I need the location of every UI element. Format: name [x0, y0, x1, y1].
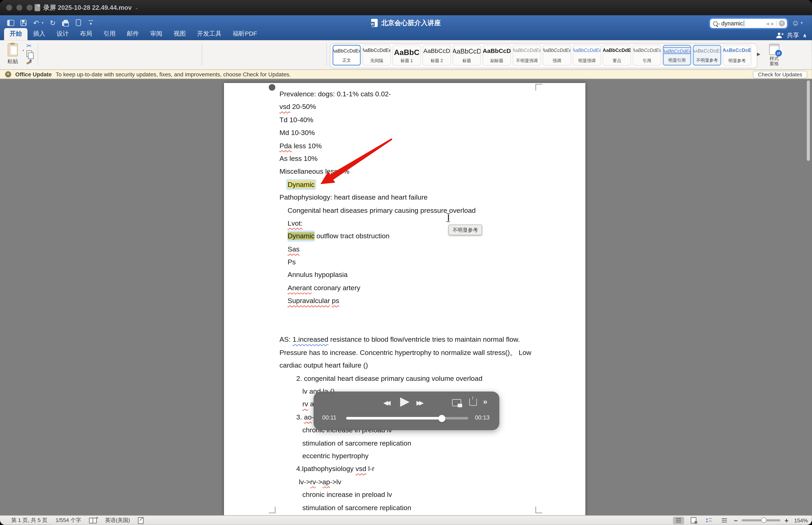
language-indicator[interactable]: 英语(美国) — [105, 517, 130, 524]
new-document-icon[interactable] — [75, 18, 82, 27]
format-painter-icon[interactable] — [26, 59, 32, 65]
save-icon[interactable] — [20, 18, 27, 27]
feedback-smiley-icon[interactable]: ☺▾ — [792, 18, 803, 27]
word-count[interactable]: 1/554 个字 — [56, 517, 81, 524]
document-line: Lvot: — [288, 217, 533, 230]
style-preview: AaBbCcDdEe — [363, 47, 391, 54]
search-field[interactable]: ▾ dynamic ◀ ▶ ✕ — [710, 19, 787, 28]
text-segment-sq-red: Lvot: — [288, 219, 303, 227]
text-segment: eccentric hypertrophy — [302, 452, 369, 460]
tab-设计[interactable]: 设计 — [51, 28, 74, 40]
web-layout-view-button[interactable] — [688, 516, 700, 524]
tab-审阅[interactable]: 审阅 — [144, 28, 168, 40]
style-强调[interactable]: AaBbCcDdEe强调 — [542, 45, 571, 66]
zoom-percentage: 154% — [793, 517, 808, 523]
text-segment: Pressure has to increase. Concentric hyp… — [279, 349, 532, 356]
search-clear-icon[interactable]: ✕ — [779, 20, 785, 27]
zoom-slider[interactable] — [742, 520, 781, 521]
style-不明显参考[interactable]: AaBbCcDdEe不明显参考 — [693, 45, 721, 66]
paste-button[interactable]: 粘贴 ▾ — [5, 43, 20, 67]
paste-dropdown-icon[interactable]: ▾ — [22, 48, 24, 52]
style-标题 2[interactable]: AaBbCcD标题 2 — [423, 45, 451, 66]
tab-开发工具[interactable]: 开发工具 — [191, 28, 227, 40]
tab-视图[interactable]: 视图 — [168, 28, 191, 40]
text-segment-sq-red: rv — [302, 400, 308, 408]
style-标题[interactable]: AaBbCcD标题 — [453, 45, 481, 66]
seek-bar[interactable] — [346, 417, 468, 419]
vertical-scrollbar-thumb[interactable] — [807, 80, 810, 161]
text-segment-sq-red: vsd — [355, 465, 366, 472]
sidebar-panel-icon[interactable] — [7, 18, 14, 27]
style-不明显强调[interactable]: AaBbCcDdEe不明显强调 — [513, 45, 541, 66]
style-明显参考[interactable]: AaBbCcDdE明显参考 — [723, 45, 751, 66]
style-label: 标题 2 — [431, 58, 443, 64]
picture-in-picture-icon[interactable] — [452, 399, 461, 406]
search-scope-caret-icon[interactable]: ▾ — [718, 21, 720, 25]
print-layout-view-button[interactable] — [673, 516, 684, 524]
page-indicator[interactable]: 第 1 页, 共 5 页 — [11, 517, 47, 524]
share-button[interactable]: 共享 — [787, 31, 799, 40]
search-icon — [713, 21, 718, 26]
document-line: Md 10-30% — [279, 126, 533, 139]
style-gallery-more-icon[interactable]: ▶ — [757, 51, 761, 57]
check-for-updates-button[interactable]: Check for Updates — [753, 71, 807, 79]
tab-福昕PDF[interactable]: 福昕PDF — [227, 28, 263, 40]
style-正文[interactable]: AaBbCcDdEe正文 — [333, 45, 361, 66]
close-window-button[interactable] — [6, 5, 12, 11]
tab-引用[interactable]: 引用 — [98, 28, 121, 40]
spellcheck-icon[interactable] — [89, 518, 97, 523]
style-pane-button[interactable]: 样式 窗格 — [763, 44, 786, 66]
text-segment-sq-red: vsd — [279, 103, 290, 111]
text-segment: a — [308, 400, 314, 408]
zoom-window-button[interactable] — [27, 5, 33, 11]
style-tooltip: 不明显参考 — [448, 225, 482, 236]
style-preview: AaBbCcDdEe — [542, 47, 571, 54]
text-segment: chronic increase in preload lv — [302, 491, 392, 498]
copy-icon[interactable] — [26, 50, 32, 57]
search-previous-icon[interactable]: ◀ — [766, 21, 769, 26]
style-要点[interactable]: AaBbCcDdE要点 — [603, 45, 631, 66]
track-changes-icon[interactable] — [138, 517, 144, 524]
style-明显强调[interactable]: AaBbCcDdEe明显强调 — [573, 45, 601, 66]
text-segment: resistance to blood flow/ventricle tries… — [328, 336, 520, 344]
share-icon[interactable] — [469, 398, 477, 406]
document-page[interactable]: Prevalence: dogs: 0.1-1% cats 0.02-vsd 2… — [224, 83, 585, 515]
undo-dropdown-icon[interactable]: ▾ — [42, 20, 44, 25]
document-text[interactable]: Prevalence: dogs: 0.1-1% cats 0.02-vsd 2… — [279, 88, 533, 514]
customize-toolbar-icon[interactable]: ▼ — [87, 18, 94, 27]
fast-forward-icon[interactable]: ▶▶ — [416, 399, 422, 406]
update-close-icon[interactable]: ✕ — [5, 71, 11, 77]
seek-handle[interactable] — [439, 415, 445, 422]
style-引用[interactable]: AaBbCcDdEe引用 — [633, 45, 661, 66]
tab-插入[interactable]: 插入 — [28, 28, 51, 40]
text-segment: cardiac output heart failure () — [279, 362, 368, 370]
play-icon[interactable]: ▶ — [400, 394, 410, 408]
style-标题 1[interactable]: AaBbC标题 1 — [393, 45, 421, 66]
redo-icon[interactable]: ↻ — [49, 18, 56, 27]
zoom-slider-handle[interactable] — [761, 518, 767, 523]
collapse-ribbon-icon[interactable]: ∧ — [803, 32, 807, 38]
tab-布局[interactable]: 布局 — [74, 28, 98, 40]
style-副标题[interactable]: AaBbCcD副标题 — [482, 45, 511, 66]
draft-view-button[interactable] — [719, 516, 730, 524]
search-next-icon[interactable]: ▶ — [771, 21, 774, 26]
style-无间隔[interactable]: AaBbCcDdEe无间隔 — [363, 45, 391, 66]
rewind-icon[interactable]: ◀◀ — [383, 399, 389, 406]
style-明显引用[interactable]: AaBbCcDdEe明显引用 — [663, 45, 691, 66]
tab-开始[interactable]: 开始 — [4, 28, 28, 40]
style-label: 要点 — [613, 58, 622, 64]
print-icon[interactable] — [62, 18, 69, 27]
undo-icon[interactable]: ↶ — [33, 18, 40, 27]
text-segment: 4.lpathophysiology — [296, 465, 355, 472]
outline-view-button[interactable] — [704, 516, 715, 524]
tab-邮件[interactable]: 邮件 — [121, 28, 144, 40]
zoom-in-icon[interactable]: + — [785, 516, 788, 524]
cut-icon[interactable]: ✂ — [27, 43, 32, 49]
title-caret-icon[interactable]: ⌄ — [135, 5, 139, 10]
zoom-out-icon[interactable]: − — [734, 516, 738, 524]
minimize-window-button[interactable] — [16, 5, 22, 11]
document-line: Pathophysiology: heart disease and heart… — [279, 191, 533, 204]
search-input-value[interactable]: dynamic — [721, 20, 743, 27]
more-controls-icon[interactable]: » — [483, 397, 488, 406]
text-segment-sq-red: Pda — [279, 142, 292, 149]
